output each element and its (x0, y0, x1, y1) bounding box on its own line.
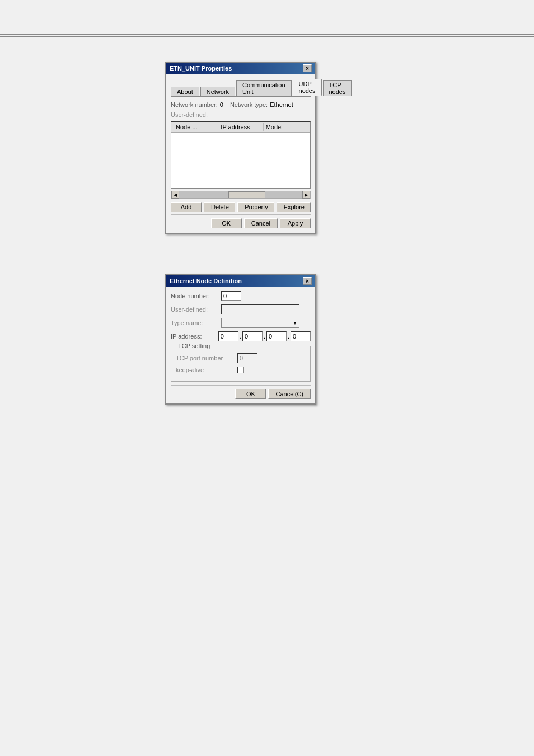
type-name-row: Type name: ▼ (171, 318, 311, 328)
dialog1-content: About Network Communication Unit UDP nod… (166, 74, 315, 233)
dialog1-title: ETN_UNIT Properties (170, 65, 232, 72)
top-decorative-bar (0, 34, 534, 37)
user-defined-row: User-defined: (171, 111, 311, 118)
tab-communication-unit[interactable]: Communication Unit (236, 80, 291, 96)
dialog2-content: Node number: User-defined: Type name: ▼ … (166, 287, 315, 403)
ip-octet2-input[interactable] (242, 331, 263, 341)
ok-button-dialog2[interactable]: OK (235, 389, 266, 399)
dialog2-titlebar: Ethernet Node Definition × (166, 275, 315, 287)
tcp-setting-group: TCP setting TCP port number keep-alive (171, 346, 311, 382)
horizontal-scrollbar[interactable]: ◀ ▶ (171, 191, 311, 199)
property-button[interactable]: Property (237, 202, 274, 212)
col-node: Node ... (174, 123, 218, 131)
dialog2-title: Ethernet Node Definition (170, 278, 242, 284)
keep-alive-row: keep-alive (176, 367, 306, 373)
user-defined-label: User-defined: (171, 111, 208, 118)
dialog2-bottom-buttons: OK Cancel(C) (171, 385, 311, 399)
dialog1-close-button[interactable]: × (303, 64, 312, 72)
tab-udp-nodes[interactable]: UDP nodes (293, 79, 322, 96)
tab-about[interactable]: About (171, 87, 199, 96)
network-type-value: Ethernet (270, 101, 293, 108)
tcp-port-label: TCP port number (176, 355, 237, 361)
network-number-value: 0 (220, 101, 223, 108)
scroll-track[interactable] (179, 191, 302, 198)
user-defined-row2: User-defined: (171, 304, 311, 314)
dialog1-bottom-buttons: OK Cancel Apply (171, 214, 311, 228)
explore-button[interactable]: Explore (277, 202, 311, 212)
ok-button-dialog1[interactable]: OK (211, 218, 242, 228)
ip-address-label: IP address: (171, 333, 218, 340)
action-buttons-row: Add Delete Property Explore (171, 202, 311, 212)
col-ip-address: IP address (218, 123, 263, 131)
etn-unit-properties-dialog: ETN_UNIT Properties × About Network Comm… (165, 62, 316, 234)
tab-tcp-nodes[interactable]: TCP nodes (323, 80, 352, 96)
ip-octet4-input[interactable] (291, 331, 311, 341)
ip-fields: . . . (218, 331, 311, 341)
network-number-label: Network number: (171, 101, 218, 108)
tcp-port-row: TCP port number (176, 353, 306, 363)
dialog2-close-button[interactable]: × (303, 277, 312, 285)
user-defined-label2: User-defined: (171, 306, 221, 313)
node-number-label: Node number: (171, 293, 221, 299)
add-button[interactable]: Add (171, 202, 202, 212)
network-info-row: Network number: 0 Network type: Ethernet (171, 101, 311, 108)
scroll-left-button[interactable]: ◀ (171, 191, 179, 199)
dialog1-tab-bar: About Network Communication Unit UDP nod… (171, 78, 311, 97)
dialog1-titlebar: ETN_UNIT Properties × (166, 63, 315, 74)
cancel-button-dialog2[interactable]: Cancel(C) (268, 389, 311, 399)
scroll-thumb[interactable] (228, 191, 265, 198)
nodes-table[interactable]: Node ... IP address Model (171, 121, 311, 189)
type-name-label: Type name: (171, 320, 221, 326)
keep-alive-checkbox (237, 367, 244, 373)
tab-network[interactable]: Network (200, 87, 235, 96)
keep-alive-label: keep-alive (176, 367, 237, 373)
scroll-right-button[interactable]: ▶ (302, 191, 310, 199)
ethernet-node-definition-dialog: Ethernet Node Definition × Node number: … (165, 274, 316, 405)
user-defined-input (221, 304, 299, 314)
cancel-button-dialog1[interactable]: Cancel (244, 218, 278, 228)
delete-button[interactable]: Delete (204, 202, 235, 212)
ip-sep-1: . (240, 333, 241, 340)
ip-address-row: IP address: . . . (171, 331, 311, 341)
ip-octet1-input[interactable] (218, 331, 238, 341)
type-name-dropdown: ▼ (221, 318, 299, 328)
table-header-row: Node ... IP address Model (171, 122, 310, 133)
col-model: Model (264, 123, 308, 131)
node-number-input[interactable] (221, 291, 241, 301)
ip-octet3-input[interactable] (266, 331, 287, 341)
ip-sep-2: . (264, 333, 265, 340)
node-number-row: Node number: (171, 291, 311, 301)
network-type-label: Network type: (230, 101, 268, 108)
tcp-port-input (237, 353, 257, 363)
apply-button-dialog1[interactable]: Apply (280, 218, 311, 228)
dropdown-arrow-icon: ▼ (293, 321, 297, 326)
ip-sep-3: . (288, 333, 289, 340)
tcp-setting-legend: TCP setting (176, 342, 212, 349)
